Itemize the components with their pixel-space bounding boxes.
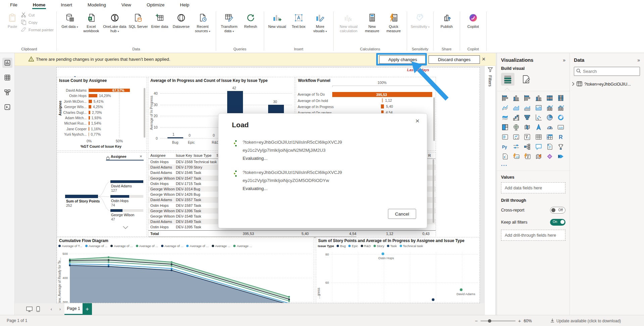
add-data-fields-well[interactable]: Add data fields here xyxy=(501,182,565,193)
filled-map-icon[interactable] xyxy=(523,123,532,131)
line-and-clustered-column-chart-icon[interactable] xyxy=(556,104,565,112)
bar[interactable] xyxy=(89,100,92,103)
visual-decomposition-tree[interactable]: Assignee×Sum of Story Points252David Ada… xyxy=(57,152,147,237)
python-visual-icon[interactable]: Py xyxy=(500,143,509,151)
dialog-close-icon[interactable]: × xyxy=(415,117,419,125)
tree-expand-chevron-icon[interactable] xyxy=(123,224,128,230)
treemap-icon[interactable] xyxy=(500,123,509,131)
legend-item[interactable]: Average of T... xyxy=(58,244,82,248)
ribbon-chart-icon[interactable] xyxy=(500,113,509,122)
tree-bar[interactable] xyxy=(110,180,143,183)
bar[interactable] xyxy=(89,94,97,97)
next-page-arrow[interactable]: › xyxy=(56,303,64,315)
card-icon[interactable]: 123 xyxy=(556,123,565,131)
legend-item[interactable]: Average ... xyxy=(212,244,231,248)
decomposition-tree-icon[interactable] xyxy=(523,143,532,151)
table-vertical-scrollbar[interactable] xyxy=(433,159,434,223)
table-column-header[interactable]: Assignee xyxy=(150,153,165,157)
copilot-button[interactable]: Copilot xyxy=(463,11,484,30)
menu-item-view[interactable]: View xyxy=(121,1,132,9)
desktop-layout-icon[interactable] xyxy=(25,303,34,315)
sidebar-report-view[interactable] xyxy=(2,58,12,68)
smart-narrative-icon[interactable] xyxy=(545,143,554,151)
legend-item[interactable]: R&D xyxy=(361,244,371,248)
zoom-in-button[interactable]: + xyxy=(518,318,521,324)
build-visual-tab[interactable] xyxy=(501,73,514,86)
legend-item[interactable]: Average of ... xyxy=(110,244,133,248)
legend-item[interactable]: Average of ... xyxy=(85,244,107,248)
recent-sources-button[interactable]: Recent sources ▾ xyxy=(192,11,213,34)
pie-chart-icon[interactable] xyxy=(545,113,554,122)
refresh-button[interactable]: Refresh xyxy=(240,11,261,30)
semantic-model-item[interactable]: ?token=eyJhbGciOiJIU... xyxy=(570,78,644,91)
visual-issue-count-by-assignee[interactable]: Issue Count by AssigneeDavid Adams67,57%… xyxy=(57,77,147,151)
excel-workbook-button[interactable]: Excel workbook xyxy=(81,11,102,34)
legend-item[interactable]: Task xyxy=(387,244,397,248)
legend-item[interactable]: Average of ... xyxy=(161,244,183,248)
clipboard-format-painter-button[interactable]: Format painter xyxy=(21,27,54,33)
azure-map-icon[interactable] xyxy=(534,123,543,131)
slicer-icon[interactable] xyxy=(523,133,532,141)
funnel-chart-icon[interactable] xyxy=(523,113,532,122)
last-30-days-text[interactable]: Last 30 days xyxy=(402,68,429,72)
scrollbar[interactable] xyxy=(144,88,145,138)
funnel-bar[interactable] xyxy=(381,104,384,108)
add-page-button[interactable]: + xyxy=(83,303,92,315)
menu-item-optimize[interactable]: Optimize xyxy=(146,1,165,9)
matrix-icon[interactable] xyxy=(545,133,554,141)
kpi-icon[interactable] xyxy=(511,133,521,141)
collapse-visualizations-icon[interactable]: » xyxy=(563,57,565,63)
stacked-column-chart-icon[interactable] xyxy=(511,94,521,102)
apply-changes-button[interactable]: Apply changes xyxy=(379,55,426,64)
100-stacked-area-chart-icon[interactable] xyxy=(534,104,543,112)
format-visual-tab[interactable] xyxy=(519,73,533,86)
search-input[interactable] xyxy=(583,69,633,74)
zoom-slider[interactable] xyxy=(481,321,515,321)
legend-item[interactable]: Epic xyxy=(348,244,358,248)
legend-item[interactable]: Technical task xyxy=(400,244,423,248)
more-visuals-button[interactable]: More visuals ▾ xyxy=(310,11,331,34)
key-influencers-icon[interactable] xyxy=(511,143,521,151)
menu-item-help[interactable]: Help xyxy=(179,1,190,9)
clustered-bar-chart-icon[interactable] xyxy=(523,94,532,102)
expand-chevron-icon[interactable] xyxy=(572,82,575,87)
get-data-button[interactable]: Get data ▾ xyxy=(59,11,80,30)
bar[interactable] xyxy=(89,133,89,136)
tree-bar[interactable] xyxy=(110,195,129,198)
area-chart-icon[interactable] xyxy=(511,104,521,112)
paste-button[interactable]: Paste xyxy=(5,11,20,30)
new-visual-button[interactable]: New visual xyxy=(267,11,288,30)
arcgis-map-icon[interactable] xyxy=(534,152,543,160)
onelake-data-hub-button[interactable]: OneLake data hub ▾ xyxy=(102,11,127,34)
tree-bar[interactable] xyxy=(110,209,122,212)
tab-page-1[interactable]: Page 1 xyxy=(64,303,83,315)
menu-item-file[interactable]: File xyxy=(9,1,18,9)
legend-item[interactable]: Average ... xyxy=(233,244,252,248)
stacked-area-chart-icon[interactable] xyxy=(523,104,532,112)
clustered-column-chart-icon[interactable] xyxy=(534,94,543,102)
100-stacked-bar-chart-icon[interactable] xyxy=(545,94,554,102)
table-icon[interactable] xyxy=(534,133,543,141)
power-automate-icon[interactable] xyxy=(556,152,565,160)
dynamic-card-icon[interactable]: 123 xyxy=(511,152,521,160)
cancel-button[interactable]: Cancel xyxy=(388,209,416,219)
map-icon[interactable] xyxy=(511,123,521,131)
legend-item[interactable]: Average of ... xyxy=(136,244,158,248)
sidebar-dax-query-view[interactable] xyxy=(2,102,12,112)
quick-measure-button[interactable]: Quick measure xyxy=(383,11,404,34)
table-column-header[interactable]: Issue Key xyxy=(176,153,192,157)
visual-cumulative-flow-diagram[interactable]: Cumulative Flow DiagramAverage of T...Av… xyxy=(57,237,314,303)
tree-root-bar[interactable] xyxy=(65,195,98,198)
gauge-icon[interactable] xyxy=(545,123,554,131)
multi-row-card-icon[interactable] xyxy=(500,133,509,141)
bar[interactable] xyxy=(89,127,89,131)
dataverse-button[interactable]: Dataverse xyxy=(171,11,192,30)
filters-pane-collapsed[interactable]: Filters xyxy=(484,53,496,315)
legend-item[interactable]: Average of ... xyxy=(186,244,208,248)
more-visual-options[interactable]: ... xyxy=(497,161,569,167)
legend-item[interactable]: Bug xyxy=(337,244,346,248)
clipboard-copy-button[interactable]: Copy xyxy=(21,19,54,26)
enter-data-button[interactable]: Enter data xyxy=(149,11,170,30)
bar[interactable] xyxy=(89,122,90,125)
keep-all-filters-toggle[interactable]: On xyxy=(550,219,565,226)
